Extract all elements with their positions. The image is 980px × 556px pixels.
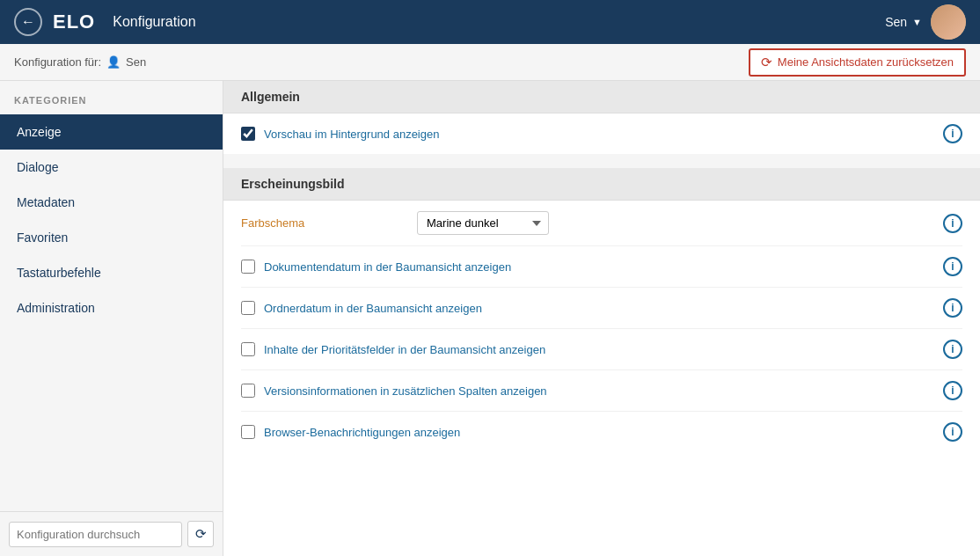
- setting-browser-benachrichtigungen: Browser-Benachrichtigungen anzeigen i: [241, 412, 962, 452]
- page-title: Konfiguration: [113, 14, 195, 30]
- prioritaetsfelder-checkbox[interactable]: [241, 342, 255, 356]
- content-area: Allgemein Vorschau im Hintergrund anzeig…: [223, 81, 980, 556]
- ordnerdatum-checkbox[interactable]: [241, 301, 255, 315]
- farbschema-select[interactable]: Marine dunkel Marine hell Standard: [417, 211, 549, 235]
- chevron-down-icon: ▼: [912, 17, 922, 27]
- sidebar-reset-button[interactable]: ⟳: [187, 521, 214, 547]
- info-icon-ordnerdatum[interactable]: i: [943, 298, 962, 318]
- sidebar-item-label: Favoriten: [17, 230, 68, 245]
- vorschau-label: Vorschau im Hintergrund anzeigen: [264, 128, 934, 141]
- versionsinformationen-checkbox[interactable]: [241, 384, 255, 398]
- sidebar-item-label: Tastaturbefehle: [17, 266, 101, 280]
- app-header: ← ELO Konfiguration Sen ▼: [0, 0, 980, 44]
- sidebar-item-label: Metadaten: [17, 195, 75, 209]
- search-input[interactable]: [9, 522, 182, 547]
- config-for-label: Konfiguration für: 👤 Sen: [14, 55, 146, 69]
- sidebar-item-metadaten[interactable]: Metadaten: [0, 185, 223, 220]
- back-button[interactable]: ←: [14, 8, 42, 36]
- setting-versionsinformationen: Versionsinformationen in zusätzlichen Sp…: [241, 370, 962, 412]
- vorschau-checkbox[interactable]: [241, 127, 255, 141]
- farbschema-label: Farbschema: [241, 216, 417, 230]
- section-gap: [223, 154, 980, 168]
- section-allgemein-header: Allgemein: [223, 81, 980, 113]
- dokumentendatum-checkbox[interactable]: [241, 260, 255, 274]
- sidebar-item-anzeige[interactable]: Anzeige: [0, 114, 223, 150]
- section-erscheinungsbild-header: Erscheinungsbild: [223, 168, 980, 201]
- app-logo: ELO: [53, 11, 95, 33]
- sidebar: KATEGORIEN Anzeige Dialoge Metadaten Fav…: [0, 81, 223, 556]
- user-name-label: Sen: [885, 15, 907, 29]
- reset-icon: ⟳: [761, 55, 772, 70]
- subheader-username: Sen: [126, 55, 146, 69]
- info-icon-prioritaetsfelder[interactable]: i: [943, 340, 962, 359]
- sidebar-item-label: Dialoge: [17, 160, 58, 174]
- main-layout: KATEGORIEN Anzeige Dialoge Metadaten Fav…: [0, 81, 980, 556]
- sidebar-section-label: KATEGORIEN: [0, 95, 223, 114]
- info-icon-browser-benachrichtigungen[interactable]: i: [943, 422, 962, 442]
- reset-view-data-button[interactable]: ⟳ Meine Ansichtsdaten zurücksetzen: [749, 48, 966, 77]
- section-allgemein-body: Vorschau im Hintergrund anzeigen i: [223, 113, 980, 154]
- sidebar-item-label: Administration: [17, 301, 95, 315]
- avatar[interactable]: [931, 4, 966, 40]
- reset-search-icon: ⟳: [195, 526, 207, 542]
- setting-prioritaetsfelder: Inhalte der Prioritätsfelder in der Baum…: [241, 329, 962, 370]
- sidebar-item-label: Anzeige: [17, 125, 62, 139]
- setting-vorschau: Vorschau im Hintergrund anzeigen i: [241, 113, 962, 154]
- subheader: Konfiguration für: 👤 Sen ⟳ Meine Ansicht…: [0, 44, 980, 81]
- sidebar-item-dialoge[interactable]: Dialoge: [0, 150, 223, 185]
- user-icon: 👤: [106, 55, 121, 69]
- prioritaetsfelder-label: Inhalte der Prioritätsfelder in der Baum…: [264, 343, 934, 356]
- browser-benachrichtigungen-checkbox[interactable]: [241, 425, 255, 439]
- ordnerdatum-label: Ordnerdatum in der Baumansicht anzeigen: [264, 302, 934, 315]
- sidebar-item-favoriten[interactable]: Favoriten: [0, 220, 223, 255]
- sidebar-item-administration[interactable]: Administration: [0, 290, 223, 326]
- setting-dokumentendatum: Dokumentendatum in der Baumansicht anzei…: [241, 246, 962, 288]
- versionsinformationen-label: Versionsinformationen in zusätzlichen Sp…: [264, 384, 934, 398]
- dokumentendatum-label: Dokumentendatum in der Baumansicht anzei…: [264, 260, 934, 274]
- setting-ordnerdatum: Ordnerdatum in der Baumansicht anzeigen …: [241, 288, 962, 329]
- setting-farbschema: Farbschema Marine dunkel Marine hell Sta…: [241, 201, 962, 246]
- info-icon-dokumentendatum[interactable]: i: [943, 257, 962, 276]
- browser-benachrichtigungen-label: Browser-Benachrichtigungen anzeigen: [264, 426, 934, 439]
- user-menu[interactable]: Sen ▼: [885, 15, 922, 29]
- info-icon-vorschau[interactable]: i: [943, 124, 962, 143]
- section-erscheinungsbild-body: Farbschema Marine dunkel Marine hell Sta…: [223, 201, 980, 452]
- sidebar-item-tastaturbefehle[interactable]: Tastaturbefehle: [0, 255, 223, 290]
- sidebar-search-row: ⟳: [0, 511, 223, 556]
- info-icon-farbschema[interactable]: i: [943, 214, 962, 233]
- info-icon-versionsinformationen[interactable]: i: [943, 381, 962, 400]
- reset-button-label: Meine Ansichtsdaten zurücksetzen: [778, 55, 954, 69]
